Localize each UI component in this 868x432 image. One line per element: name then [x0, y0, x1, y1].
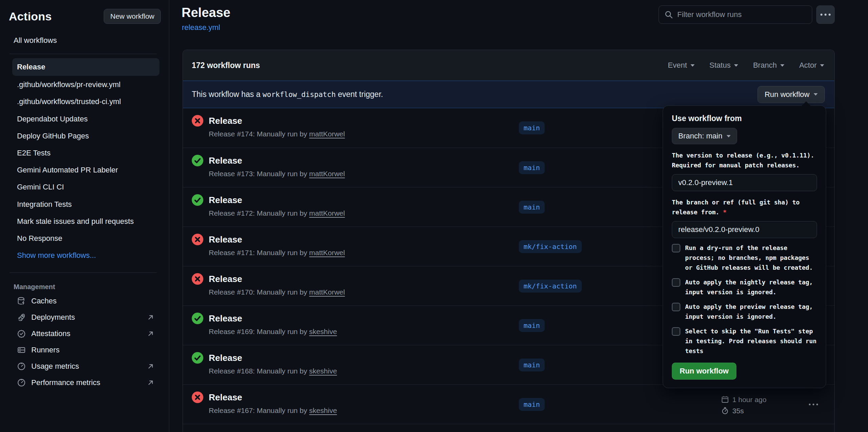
workflow-options-kebab-button[interactable] [816, 5, 835, 24]
sidebar-item-integration-tests[interactable]: Integration Tests [12, 196, 159, 213]
branch-badge[interactable]: main [519, 398, 545, 411]
run-workflow-panel: Use workflow from Branch: main The versi… [663, 105, 826, 388]
branch-badge[interactable]: main [519, 359, 545, 371]
show-more-workflows-link[interactable]: Show more workflows... [12, 247, 159, 264]
preview-tag-checkbox-label: Auto apply the preview release tag, inpu… [685, 302, 817, 321]
sidebar-item-all-workflows[interactable]: All workflows [14, 36, 161, 45]
actor-link[interactable]: mattKorwel [309, 249, 345, 256]
dry-run-checkbox-label: Run a dry-run of the release process; no… [685, 243, 817, 272]
sidebar-item-pr-review[interactable]: .github/workflows/pr-review.yml [12, 77, 159, 93]
sidebar-item-deployments[interactable]: Deployments [12, 309, 159, 326]
sidebar-item-gemini-cli-ci[interactable]: Gemini CLI CI [12, 179, 159, 195]
sidebar-item-dependabot-updates[interactable]: Dependabot Updates [12, 111, 159, 127]
branch-badge[interactable]: main [519, 201, 545, 214]
sidebar-divider [10, 272, 157, 273]
run-title-link[interactable]: Release [209, 274, 242, 284]
sidebar-item-gemini-automated-pr-labeler[interactable]: Gemini Automated PR Labeler [12, 162, 159, 178]
actor-link[interactable]: mattKorwel [309, 288, 345, 296]
next-run-row-partial [183, 424, 834, 432]
verified-icon [17, 329, 26, 338]
sidebar-item-release[interactable]: Release [12, 58, 159, 76]
new-workflow-button[interactable]: New workflow [104, 9, 161, 24]
filter-workflow-runs-input[interactable] [677, 10, 806, 19]
actor-link[interactable]: skeshive [309, 367, 337, 375]
actor-link[interactable]: mattKorwel [309, 170, 345, 178]
caret-down-icon [734, 64, 738, 67]
run-title-link[interactable]: Release [209, 353, 242, 363]
branch-badge[interactable]: main [519, 121, 545, 134]
caret-down-icon [727, 135, 731, 137]
run-title-link[interactable]: Release [209, 392, 242, 403]
sidebar-item-e2e-tests[interactable]: E2E Tests [12, 145, 159, 161]
branch-selector-button[interactable]: Branch: main [672, 128, 737, 144]
sidebar-divider [10, 54, 157, 54]
actions-sidebar: Actions New workflow All workflows Relea… [0, 0, 169, 432]
sidebar-item-label: Runners [31, 346, 155, 354]
actor-link[interactable]: skeshive [309, 328, 337, 335]
sidebar-item-performance-metrics[interactable]: Performance metrics [12, 375, 159, 391]
actor-link[interactable]: mattKorwel [309, 209, 345, 217]
nightly-tag-checkbox[interactable] [672, 278, 680, 287]
sidebar-item-label: Deployments [31, 313, 141, 322]
failure-status-icon [192, 115, 203, 127]
actor-link[interactable]: mattKorwel [309, 130, 345, 138]
caret-down-icon [780, 64, 784, 67]
sidebar-item-mark-stale[interactable]: Mark stale issues and pull requests [12, 213, 159, 230]
dry-run-checkbox[interactable] [672, 244, 680, 252]
sidebar-item-usage-metrics[interactable]: Usage metrics [12, 358, 159, 375]
branch-badge[interactable]: main [519, 161, 545, 174]
page-title: Release [182, 5, 231, 20]
caret-down-icon [814, 93, 818, 96]
run-duration: 35s [732, 406, 744, 415]
run-workflow-submit-button[interactable]: Run workflow [672, 363, 736, 380]
version-input-label: The version to release (e.g., v0.1.11). … [672, 150, 817, 170]
sidebar-title: Actions [9, 10, 52, 23]
run-title-link[interactable]: Release [209, 155, 242, 166]
caret-down-icon [691, 64, 695, 67]
sidebar-item-deploy-github-pages[interactable]: Deploy GitHub Pages [12, 128, 159, 144]
run-meta: 1 hour ago 35s [721, 395, 766, 415]
skip-tests-checkbox[interactable] [672, 327, 680, 336]
external-link-icon [147, 379, 155, 387]
external-link-icon [147, 362, 155, 370]
external-link-icon [147, 330, 155, 338]
actor-filter-dropdown[interactable]: Actor [799, 61, 824, 70]
actor-link[interactable]: skeshive [309, 406, 337, 414]
branch-badge[interactable]: main [519, 319, 545, 332]
run-options-kebab-button[interactable] [805, 400, 821, 409]
preview-tag-checkbox[interactable] [672, 303, 680, 311]
success-status-icon [192, 313, 203, 324]
meter-icon [17, 362, 26, 371]
sidebar-item-runners[interactable]: Runners [12, 342, 159, 358]
branch-badge[interactable]: mk/fix-action [519, 280, 582, 293]
rocket-icon [17, 313, 26, 322]
run-title-link[interactable]: Release [209, 313, 242, 324]
ref-input[interactable] [672, 221, 817, 238]
external-link-icon [147, 313, 155, 321]
event-filter-dropdown[interactable]: Event [668, 61, 694, 70]
run-title-link[interactable]: Release [209, 234, 242, 245]
sidebar-item-attestations[interactable]: Attestations [12, 326, 159, 342]
failure-status-icon [192, 392, 203, 403]
branch-filter-dropdown[interactable]: Branch [753, 61, 784, 70]
branch-badge[interactable]: mk/fix-action [519, 240, 582, 253]
management-section-label: Management [14, 283, 161, 291]
run-title-link[interactable]: Release [209, 195, 242, 205]
run-time: 1 hour ago [732, 395, 766, 403]
run-title-link[interactable]: Release [209, 116, 242, 126]
server-icon [17, 346, 26, 354]
sidebar-item-label: Usage metrics [31, 362, 141, 371]
panel-pointer [801, 101, 811, 106]
sidebar-item-trusted-ci[interactable]: .github/workflows/trusted-ci.yml [12, 94, 159, 110]
workflow-file-link[interactable]: release.yml [182, 23, 220, 32]
sidebar-item-caches[interactable]: Caches [12, 293, 159, 309]
run-workflow-dropdown-button[interactable]: Run workflow [758, 86, 825, 103]
version-input[interactable] [672, 174, 817, 191]
sidebar-item-label: Performance metrics [31, 378, 141, 387]
workflow-dispatch-code: workflow_dispatch [262, 90, 336, 99]
filter-workflow-runs-box [659, 5, 812, 24]
success-status-icon [192, 194, 203, 206]
status-filter-dropdown[interactable]: Status [710, 61, 738, 70]
nightly-tag-checkbox-label: Auto apply the nightly release tag, inpu… [685, 277, 817, 297]
sidebar-item-no-response[interactable]: No Response [12, 230, 159, 247]
